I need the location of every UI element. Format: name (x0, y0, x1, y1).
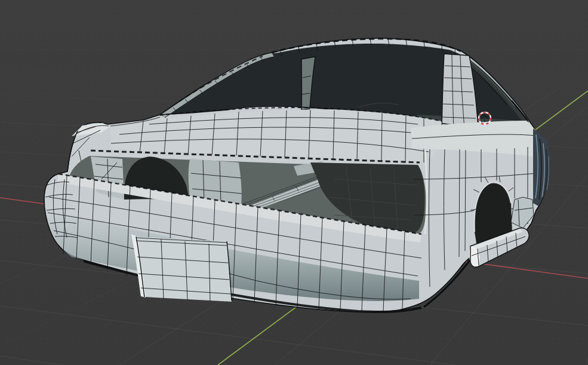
3d-viewport[interactable] (0, 0, 588, 365)
license-plate-recess (131, 234, 232, 302)
